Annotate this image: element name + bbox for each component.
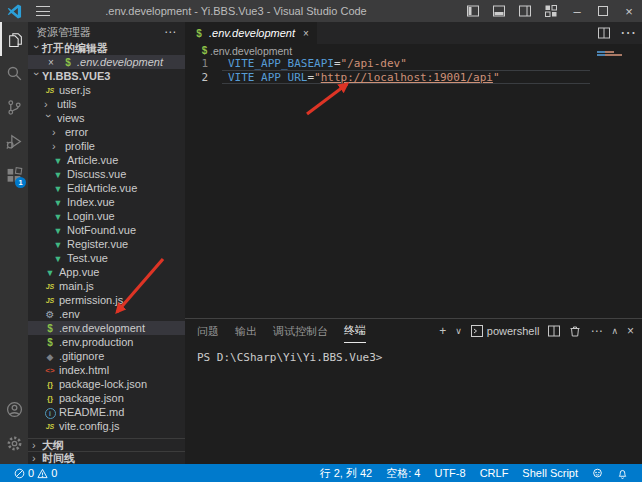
env-file-icon <box>62 56 74 69</box>
url-link[interactable]: http://localhost:19001/api <box>321 71 493 84</box>
env-file-icon <box>193 27 205 40</box>
cursor-position-status[interactable]: 行 2, 列 42 <box>316 464 377 482</box>
tree-item-app-vue[interactable]: App.vue <box>28 265 185 279</box>
tab-terminal[interactable]: 终端 <box>344 319 366 343</box>
terminal-prompt: PS D:\CSharp\Yi\Yi.BBS.Vue3> <box>197 351 382 364</box>
sidebar-title-label: 资源管理器 <box>36 25 91 40</box>
code-line-1: 1 VITE_APP_BASEAPI="/api-dev" <box>185 57 642 71</box>
minimize-button[interactable]: – <box>564 0 590 22</box>
status-bar: 0 0 行 2, 列 42 空格: 4 UTF-8 CRLF Shell Scr… <box>0 464 642 482</box>
tab-close-icon[interactable]: × <box>303 28 309 39</box>
line-number: 2 <box>185 71 222 85</box>
tree-item-index-vue[interactable]: Index.vue <box>28 195 185 209</box>
maximize-panel-icon[interactable]: ∧ <box>611 325 618 337</box>
tree-item-readme-md[interactable]: README.md <box>28 405 185 419</box>
outline-section-header[interactable]: 大纲 <box>28 438 185 451</box>
extensions-icon[interactable]: 1 <box>0 158 28 192</box>
minimap[interactable] <box>595 44 642 104</box>
explorer-icon[interactable] <box>0 22 28 56</box>
tree-item-vite-config-js[interactable]: vite.config.js <box>28 419 185 433</box>
open-editors-header[interactable]: 打开的编辑器 <box>28 42 185 55</box>
split-editor-icon[interactable] <box>598 27 610 39</box>
notifications-bell-icon[interactable] <box>613 464 632 482</box>
vue-icon <box>52 210 64 223</box>
tree-item-test-vue[interactable]: Test.vue <box>28 251 185 265</box>
account-icon[interactable] <box>0 392 28 426</box>
code-editor[interactable]: 1 VITE_APP_BASEAPI="/api-dev" 2 VITE_APP… <box>185 57 642 317</box>
status-bar-right: 行 2, 列 42 空格: 4 UTF-8 CRLF Shell Script <box>316 464 632 482</box>
sidebar-more-actions-icon[interactable]: ⋯ <box>164 25 177 39</box>
env-file-icon <box>44 322 56 335</box>
tree-item-utils[interactable]: utils <box>28 97 185 111</box>
tree-item-env[interactable]: .env <box>28 307 185 321</box>
tree-item-package-json[interactable]: package.json <box>28 391 185 405</box>
workspace-header[interactable]: YI.BBS.VUE3 <box>28 69 185 83</box>
close-button[interactable]: × <box>616 0 642 22</box>
chevron-right-icon <box>32 440 42 450</box>
tree-item-editarticle-vue[interactable]: EditArticle.vue <box>28 181 185 195</box>
close-panel-icon[interactable]: × <box>627 325 634 337</box>
tree-item-env-production[interactable]: .env.production <box>28 335 185 349</box>
tree-item-views[interactable]: views <box>28 111 185 125</box>
tree-item-user-js[interactable]: user.js <box>28 83 185 97</box>
tree-item-login-vue[interactable]: Login.vue <box>28 209 185 223</box>
sidebar-bottom-sections: 大纲 时间线 <box>28 438 185 464</box>
encoding-status[interactable]: UTF-8 <box>430 464 469 482</box>
tree-item-discuss-vue[interactable]: Discuss.vue <box>28 167 185 181</box>
tree-item-register-vue[interactable]: Register.vue <box>28 237 185 251</box>
tab-env-development[interactable]: .env.development × <box>185 22 317 44</box>
window-title: .env.development - Yi.BBS.Vue3 - Visual … <box>0 5 472 17</box>
line-number: 1 <box>185 57 222 71</box>
tab-output[interactable]: 输出 <box>235 319 257 343</box>
git-icon <box>44 350 56 363</box>
tree-item-profile[interactable]: profile <box>28 139 185 153</box>
language-mode-status[interactable]: Shell Script <box>518 464 582 482</box>
explorer-sidebar: 资源管理器 ⋯ 打开的编辑器 × .env.development YI.BBS… <box>28 22 185 464</box>
new-terminal-icon[interactable]: + <box>439 325 446 337</box>
more-actions-icon[interactable]: ⋯ <box>620 27 636 39</box>
html-icon <box>44 363 56 377</box>
tree-item-permission-js[interactable]: permission.js <box>28 293 185 307</box>
open-editor-item-env-development[interactable]: × .env.development <box>28 55 185 69</box>
extensions-badge: 1 <box>15 177 26 188</box>
eol-status[interactable]: CRLF <box>476 464 513 482</box>
more-actions-icon[interactable]: ⋯ <box>590 325 602 337</box>
toggle-primary-sidebar-icon[interactable] <box>460 0 486 22</box>
toggle-secondary-sidebar-icon[interactable] <box>512 0 538 22</box>
terminal-output[interactable]: PS D:\CSharp\Yi\Yi.BBS.Vue3> <box>185 343 642 364</box>
timeline-section-header[interactable]: 时间线 <box>28 451 185 464</box>
breadcrumb[interactable]: .env.development <box>185 44 642 57</box>
env-file-icon <box>44 336 56 349</box>
feedback-icon[interactable] <box>588 464 607 482</box>
toggle-panel-icon[interactable] <box>486 0 512 22</box>
split-terminal-icon[interactable] <box>548 325 560 337</box>
run-debug-icon[interactable] <box>0 124 28 158</box>
kill-terminal-trash-icon[interactable] <box>569 325 581 337</box>
chevron-down-icon <box>32 72 42 82</box>
tree-item-package-lock-json[interactable]: package-lock.json <box>28 377 185 391</box>
close-icon[interactable]: × <box>48 57 62 68</box>
tree-item-article-vue[interactable]: Article.vue <box>28 153 185 167</box>
problems-status[interactable]: 0 0 <box>10 464 61 482</box>
tree-item-gitignore[interactable]: .gitignore <box>28 349 185 363</box>
js-icon <box>44 293 56 307</box>
source-control-icon[interactable] <box>0 90 28 124</box>
tree-item-env-development[interactable]: .env.development <box>28 321 185 335</box>
tree-item-notfound-vue[interactable]: NotFound.vue <box>28 223 185 237</box>
shell-selector[interactable]: powershell <box>471 325 540 337</box>
chevron-down-icon[interactable]: ∨ <box>455 325 462 337</box>
panel-tab-bar: 问题 输出 调试控制台 终端 + ∨ powershell ⋯ ∧ × <box>185 319 642 343</box>
customize-layout-icon[interactable] <box>538 0 564 22</box>
tab-problems[interactable]: 问题 <box>197 319 219 343</box>
tree-item-error[interactable]: error <box>28 125 185 139</box>
tab-debug-console[interactable]: 调试控制台 <box>273 319 328 343</box>
tree-item-main-js[interactable]: main.js <box>28 279 185 293</box>
search-icon[interactable] <box>0 56 28 90</box>
tree-item-index-html[interactable]: index.html <box>28 363 185 377</box>
vue-icon <box>52 252 64 265</box>
maximize-button[interactable] <box>590 0 616 22</box>
json-icon <box>44 377 56 391</box>
indentation-status[interactable]: 空格: 4 <box>382 464 424 482</box>
settings-gear-icon[interactable] <box>0 426 28 460</box>
window-controls: – × <box>460 0 642 22</box>
